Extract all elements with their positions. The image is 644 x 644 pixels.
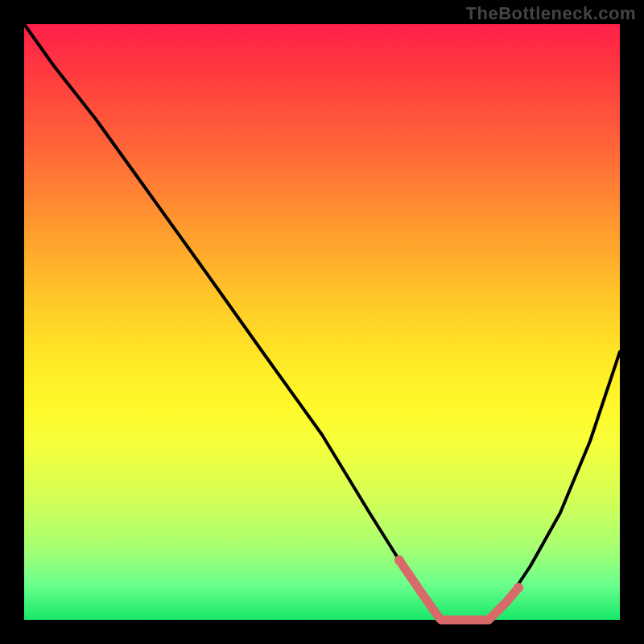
highlight-dot-right: [514, 583, 523, 592]
plot-area: [24, 24, 620, 620]
bottleneck-curve: [24, 24, 620, 620]
highlight-left: [399, 560, 440, 618]
highlight-right: [490, 588, 518, 618]
chart-frame: TheBottleneck.com: [0, 0, 644, 644]
highlight-dot-left: [394, 555, 404, 565]
watermark-text: TheBottleneck.com: [466, 3, 636, 24]
curve-path: [24, 24, 620, 620]
